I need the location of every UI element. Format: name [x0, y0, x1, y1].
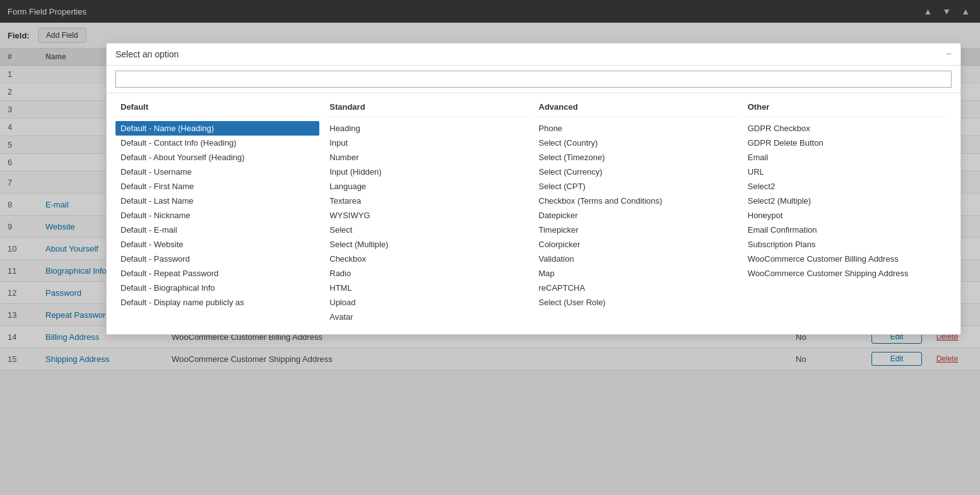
dropdown-item[interactable]: Input: [324, 136, 528, 150]
dropdown-col-standard: Standard Heading Input Number Input (Hid…: [324, 100, 533, 324]
dropdown-item[interactable]: URL: [743, 165, 947, 179]
dropdown-item[interactable]: Select (Currency): [534, 165, 738, 179]
dropdown-search-input[interactable]: [115, 71, 952, 88]
dropdown-item[interactable]: Colorpicker: [534, 237, 738, 252]
dropdown-item[interactable]: Default - Username: [115, 165, 319, 179]
dropdown-item[interactable]: Checkbox: [324, 252, 528, 266]
dropdown-item[interactable]: Input (Hidden): [324, 165, 528, 179]
default-col-header: Default: [115, 100, 319, 117]
dropdown-item[interactable]: Default - Name (Heading): [115, 121, 319, 136]
dropdown-item[interactable]: Default - Last Name: [115, 194, 319, 208]
dropdown-item[interactable]: Textarea: [324, 194, 528, 208]
dropdown-item[interactable]: Validation: [534, 252, 738, 266]
dropdown-item[interactable]: Upload: [324, 295, 528, 310]
dropdown-item[interactable]: Default - E-mail: [115, 223, 319, 237]
other-col-header: Other: [743, 100, 947, 117]
dropdown-item[interactable]: Select2 (Multiple): [743, 194, 947, 208]
dropdown-item[interactable]: reCAPTCHA: [534, 281, 738, 295]
dropdown-col-other: Other GDPR Checkbox GDPR Delete Button E…: [743, 100, 952, 324]
dropdown-item[interactable]: WooCommerce Customer Billing Address: [743, 252, 947, 266]
dropdown-col-default: Default Default - Name (Heading) Default…: [115, 100, 324, 324]
dropdown-header: Select an option −: [107, 44, 960, 66]
dropdown-item[interactable]: WYSIWYG: [324, 208, 528, 223]
dropdown-item[interactable]: Email Confirmation: [743, 223, 947, 237]
dropdown-item[interactable]: Email: [743, 150, 947, 165]
dropdown-item[interactable]: Default - Display name publicly as: [115, 295, 319, 310]
dropdown-item[interactable]: Timepicker: [534, 223, 738, 237]
dropdown-search-container: [107, 66, 960, 93]
select-option-dropdown: Select an option − Default Default - Nam…: [106, 43, 961, 335]
dropdown-close-button[interactable]: −: [946, 49, 952, 60]
dropdown-item[interactable]: Default - Nickname: [115, 208, 319, 223]
dropdown-item[interactable]: Select2: [743, 179, 947, 194]
dropdown-item[interactable]: Default - Biographical Info: [115, 281, 319, 295]
dropdown-item-honeypot[interactable]: Honeypot: [743, 208, 947, 223]
dropdown-item[interactable]: Datepicker: [534, 208, 738, 223]
dropdown-item[interactable]: Radio: [324, 266, 528, 281]
dropdown-item[interactable]: Default - Contact Info (Heading): [115, 136, 319, 150]
dropdown-col-advanced: Advanced Phone Select (Country) Select (…: [534, 100, 743, 324]
dropdown-title: Select an option: [115, 49, 179, 59]
dropdown-item[interactable]: Heading: [324, 121, 528, 136]
panel-wrapper: Form Field Properties ▲ ▼ ▲ Field: Add F…: [0, 0, 980, 495]
dropdown-item[interactable]: Avatar: [324, 310, 528, 324]
dropdown-item[interactable]: GDPR Checkbox: [743, 121, 947, 136]
dropdown-item[interactable]: Default - Repeat Password: [115, 266, 319, 281]
dropdown-item[interactable]: Language: [324, 179, 528, 194]
dropdown-item[interactable]: Default - First Name: [115, 179, 319, 194]
dropdown-item[interactable]: GDPR Delete Button: [743, 136, 947, 150]
dropdown-item[interactable]: Select (Multiple): [324, 237, 528, 252]
dropdown-item[interactable]: HTML: [324, 281, 528, 295]
dropdown-columns: Default Default - Name (Heading) Default…: [107, 93, 960, 334]
dropdown-item[interactable]: Phone: [534, 121, 738, 136]
dropdown-item[interactable]: Number: [324, 150, 528, 165]
advanced-col-header: Advanced: [534, 100, 738, 117]
standard-col-header: Standard: [324, 100, 528, 117]
dropdown-item[interactable]: Default - About Yourself (Heading): [115, 150, 319, 165]
dropdown-item[interactable]: Select: [324, 223, 528, 237]
dropdown-item[interactable]: Select (CPT): [534, 179, 738, 194]
dropdown-item[interactable]: Select (Country): [534, 136, 738, 150]
dropdown-item[interactable]: Default - Website: [115, 237, 319, 252]
dropdown-item[interactable]: Select (User Role): [534, 295, 738, 310]
dropdown-item[interactable]: Checkbox (Terms and Conditions): [534, 194, 738, 208]
dropdown-item[interactable]: WooCommerce Customer Shipping Address: [743, 266, 947, 281]
dropdown-item[interactable]: Subscription Plans: [743, 237, 947, 252]
dropdown-item[interactable]: Select (Timezone): [534, 150, 738, 165]
dropdown-item[interactable]: Default - Password: [115, 252, 319, 266]
dropdown-item[interactable]: Map: [534, 266, 738, 281]
